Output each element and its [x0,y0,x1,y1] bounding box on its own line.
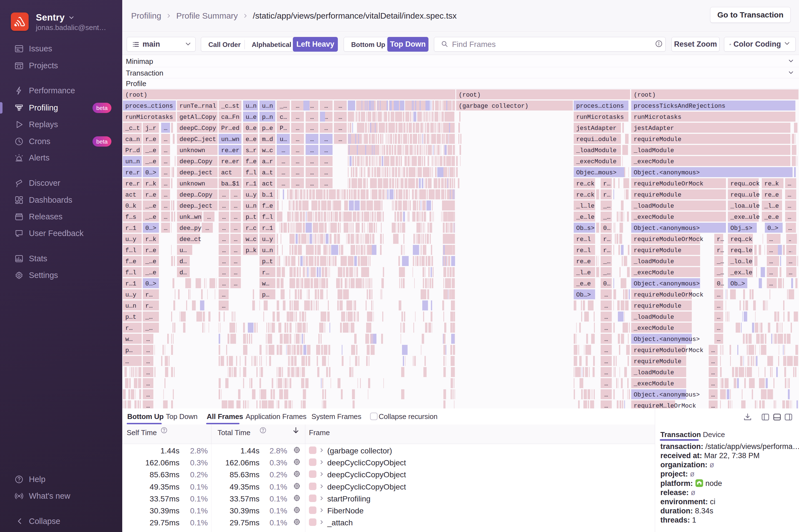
svg-text:u…n: u…n [262,247,273,254]
svg-text:r…1: r…1 [125,225,136,232]
svg-text:_ex…le: _ex…le [730,269,752,276]
svg-text:u…y: u…y [125,236,136,243]
svg-text:_exe…ule: _exe…ule [730,214,760,221]
svg-text:…: … [234,214,237,221]
svg-text:r…: r… [603,180,610,187]
svg-text:_l…e: _l…e [576,269,591,276]
svg-text:r…: r… [145,303,152,309]
svg-text:requ…ule: requ…ule [730,192,760,198]
svg-text:…: … [146,369,150,376]
svg-text:dee…py: dee…py [180,225,201,232]
svg-text:…: … [164,214,167,221]
svg-text:…: … [281,147,285,154]
svg-text:f…l: f…l [125,247,136,254]
svg-text:…: … [281,158,285,165]
svg-text:…: … [787,192,791,198]
svg-text:…: … [769,258,773,265]
svg-text:…: … [324,103,328,110]
svg-text:…: … [711,403,715,408]
svg-text:…: … [222,236,226,243]
svg-text:P…: P… [280,125,287,132]
svg-text:…: … [146,380,150,387]
svg-text:r…: r… [717,236,724,243]
svg-text:requireModule: requireModule [634,136,682,143]
svg-text:…: … [717,314,720,321]
svg-text:_execModule: _execModule [633,269,674,276]
svg-text:…: … [146,358,150,365]
svg-text:…: … [787,203,791,210]
svg-text:…: … [711,392,715,398]
svg-text:p…n: p…n [262,114,273,121]
svg-text:dee…ct: dee…ct [180,236,201,243]
svg-text:…: … [234,281,237,287]
svg-text:…: … [125,358,129,365]
svg-text:…: … [604,392,608,398]
svg-text:getAl…Copy: getAl…Copy [180,114,216,121]
svg-text:re…e: re…e [576,258,591,265]
svg-text:u…: u… [180,247,187,254]
svg-text:…: … [146,336,150,343]
svg-text:unknown: unknown [180,147,205,154]
svg-text:requireModuleOrMock: requireModuleOrMock [634,291,703,299]
svg-text:p…e: p…e [262,125,273,132]
svg-text:_…e: _…e [145,269,156,276]
svg-text:deep…ject: deep…ject [180,169,212,176]
svg-text:…: … [146,403,150,408]
svg-text:f…l: f…l [262,214,273,221]
svg-text:…: … [604,325,608,332]
svg-text:_…: _… [717,258,724,265]
svg-text:…: … [222,247,226,254]
svg-text:…: … [324,158,328,165]
svg-text:f…e: f…e [262,203,273,210]
svg-text:r…: r… [145,291,152,299]
svg-text:requireModule: requireModule [634,192,682,198]
svg-text:…: … [787,214,791,221]
svg-text:…: … [711,358,715,365]
svg-text:act: act [262,180,273,187]
svg-text:Object.<anonymous>: Object.<anonymous> [634,336,700,343]
svg-text:…: … [769,236,773,243]
svg-text:…: … [296,180,299,187]
svg-text:…: … [324,169,328,176]
svg-text:un…wn: un…wn [221,136,240,143]
svg-text:re…er: re…er [221,147,240,154]
svg-text:deep…ject: deep…ject [180,203,212,210]
svg-text:u…n: u…n [246,103,257,110]
svg-text:…: … [324,136,328,143]
svg-text:proces…ctions: proces…ctions [125,103,173,110]
svg-text:_execModule: _execModule [576,158,616,165]
svg-text:r…1: r…1 [125,281,136,287]
svg-text:requireModuleOrMock: requireModuleOrMock [634,180,703,187]
svg-text:r…1: r…1 [262,225,273,232]
svg-text:Pr…d: Pr…d [125,147,140,154]
svg-text:m…d: m…d [262,136,273,143]
svg-text:requireModule: requireModule [634,303,682,309]
svg-text:…: … [338,114,342,121]
svg-text:…: … [717,325,720,332]
svg-text:Obj…s>: Obj…s> [730,225,752,232]
svg-text:re…k: re…k [764,180,779,187]
svg-text:_…e: _…e [145,203,156,210]
svg-text:_loadModule: _loadModule [633,203,674,210]
svg-text:…: … [222,203,226,210]
svg-text:…: … [711,347,715,354]
svg-text:_execModule: _execModule [633,158,674,165]
svg-text:Ob…s>: Ob…s> [576,225,595,232]
svg-text:…: … [717,336,720,343]
svg-text:…: … [338,125,342,132]
svg-text:_…: _… [717,269,724,276]
svg-text:ba…$1: ba…$1 [221,180,240,187]
svg-text:…: … [207,214,210,221]
svg-text:b…1: b…1 [262,192,273,198]
svg-text:ca…Fn: ca…Fn [221,114,240,121]
svg-text:_loadModule: _loadModule [633,258,674,265]
svg-text:…: … [296,169,299,176]
svg-text:…: … [281,180,285,187]
svg-text:…: … [222,303,225,309]
svg-text:u…n: u…n [246,203,257,210]
svg-text:…: … [324,147,328,154]
svg-text:f…l: f…l [125,269,136,276]
svg-text:u…y: u…y [125,291,136,299]
svg-text:requireModuleOrMock: requireModuleOrMock [634,347,703,354]
svg-text:act: act [125,192,136,198]
